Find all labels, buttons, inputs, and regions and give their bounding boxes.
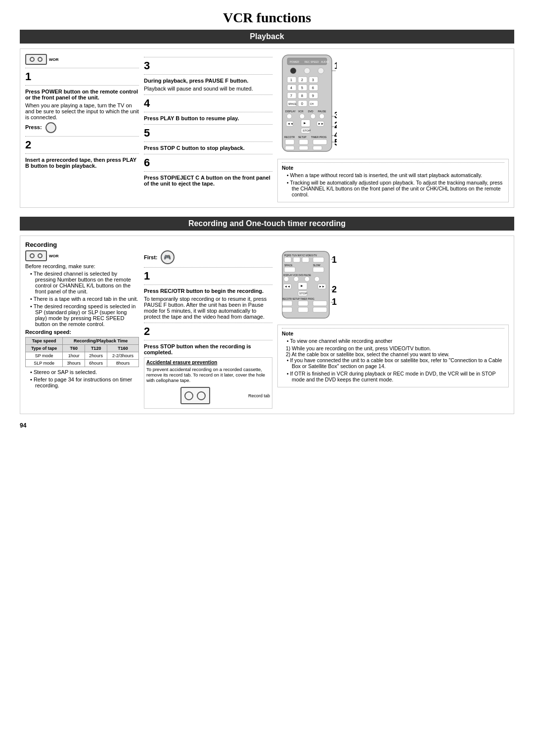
rec-dotted-1 xyxy=(144,267,272,268)
dotted-divider-3 xyxy=(25,136,139,137)
rec-tape-icon-row: WOR xyxy=(25,250,139,261)
svg-text:RECOTR: RECOTR xyxy=(284,136,295,139)
svg-rect-54 xyxy=(285,146,294,150)
svg-rect-69 xyxy=(284,257,291,262)
rec-step1-body: To temporarily stop recording or to resu… xyxy=(144,296,272,320)
svg-text:0: 0 xyxy=(301,102,303,105)
rec-note-item-0: • To view one channel while recording an… xyxy=(287,338,504,344)
svg-text:POWER: POWER xyxy=(290,60,299,63)
slp-mode-label: SLP mode xyxy=(26,360,63,367)
svg-text:1: 1 xyxy=(332,297,337,307)
svg-text:►: ► xyxy=(300,284,304,287)
remote-diagram-svg: POWER REC SPEED AUDIO 1 2 3 4 xyxy=(277,54,337,153)
svg-text:◄◄: ◄◄ xyxy=(284,285,290,288)
step3-header: During playback, press PAUSE F button. xyxy=(144,78,272,84)
sp-t60: 1hour xyxy=(63,352,85,360)
svg-point-39 xyxy=(319,114,324,119)
svg-text:AUDIO: AUDIO xyxy=(321,60,329,63)
svg-text:CH: CH xyxy=(310,102,314,105)
svg-text:PQRS TUV WXYZ VIDEO/TV: PQRS TUV WXYZ VIDEO/TV xyxy=(284,254,317,257)
svg-point-5 xyxy=(290,68,296,74)
step-5-num: 5 xyxy=(144,128,272,139)
svg-text:DVD: DVD xyxy=(308,110,313,113)
rec-vcr-label: WOR xyxy=(49,254,59,258)
speed-table-subheader-3: T160 xyxy=(107,345,139,352)
press-label: Press: xyxy=(25,122,139,133)
svg-rect-52 xyxy=(299,140,308,144)
svg-text:1: 1 xyxy=(334,61,337,71)
step2-header: Insert a prerecorded tape, then press PL… xyxy=(25,157,139,169)
dotted-mid-8 xyxy=(144,171,272,172)
slp-t160: 8hours xyxy=(107,360,139,367)
svg-rect-95 xyxy=(298,307,308,312)
rec-bullet-5: • Refer to page 34 for instructions on t… xyxy=(30,377,139,388)
playback-col-right: POWER REC SPEED AUDIO 1 2 3 4 xyxy=(277,54,509,202)
page-title: VCR functions xyxy=(20,10,514,26)
svg-rect-70 xyxy=(293,257,300,262)
rec-remote-svg: PQRS TUV WXYZ VIDEO/TV SPACE SLOW DISPLA… xyxy=(277,250,337,320)
rec-tape-reel-left xyxy=(30,253,35,258)
step5-header: Press STOP C button to stop playback. xyxy=(144,145,272,151)
rec-step2-header: Press STOP button when the recording is … xyxy=(144,343,272,355)
rec-bullet-1: • The desired channel is selected by pre… xyxy=(30,271,139,294)
svg-point-7 xyxy=(318,68,324,74)
svg-text:◄◄: ◄◄ xyxy=(287,122,293,125)
playback-note-box: Note • When a tape without record tab is… xyxy=(277,159,509,202)
recording-sub-title: Recording xyxy=(25,241,509,248)
step6-header: Press STOP/EJECT C A button on the front… xyxy=(144,175,272,187)
rec-bullet-3: • The desired recording speed is selecte… xyxy=(30,303,139,327)
first-label: First: xyxy=(144,254,158,260)
rec-step1-header: Press REC/OTR button to begin the record… xyxy=(144,288,272,294)
svg-rect-56 xyxy=(313,146,322,150)
step4-header: Press PLAY B button to resume play. xyxy=(144,115,272,121)
svg-text:DISPLAY: DISPLAY xyxy=(285,110,296,113)
speed-table-subheader-0: Type of tape xyxy=(26,345,63,352)
svg-point-6 xyxy=(304,68,310,74)
svg-text:SPACE: SPACE xyxy=(288,102,297,105)
svg-point-81 xyxy=(314,277,319,282)
dotted-mid-2 xyxy=(144,74,272,75)
svg-text:2: 2 xyxy=(334,120,337,130)
svg-text:►►: ►► xyxy=(318,122,324,125)
rec-remote-wrapper: PQRS TUV WXYZ VIDEO/TV SPACE SLOW DISPLA… xyxy=(277,250,337,320)
record-tab-row: Record tab xyxy=(146,385,270,406)
dotted-divider-4 xyxy=(25,153,139,154)
dotted-mid-3 xyxy=(144,94,272,95)
svg-rect-92 xyxy=(298,301,308,306)
page-number: 94 xyxy=(20,422,514,429)
svg-text:TIMER PROG: TIMER PROG xyxy=(311,136,327,139)
svg-text:REC SPEED: REC SPEED xyxy=(305,60,319,63)
svg-text:1: 1 xyxy=(332,255,337,265)
rec-col-mid: First: 🎮 1 Press REC/OTR button to begin… xyxy=(144,250,272,409)
sp-mode-label: SP mode xyxy=(26,352,63,360)
playback-col-left: WOR 1 Press POWER button on the remote c… xyxy=(25,54,139,171)
step-number-2: 2 xyxy=(25,140,139,150)
accidental-title: Accidental erasure prevention xyxy=(146,360,270,365)
recording-columns: WOR Before recording, make sure: • The d… xyxy=(25,250,509,409)
remote-diagram-wrapper: POWER REC SPEED AUDIO 1 2 3 4 xyxy=(277,54,337,153)
rec-step-1-num: 1 xyxy=(144,271,272,282)
svg-point-36 xyxy=(287,114,292,119)
svg-text:5: 5 xyxy=(334,138,337,147)
svg-rect-72 xyxy=(313,257,324,262)
svg-text:VCR: VCR xyxy=(298,110,304,113)
dotted-mid-5 xyxy=(144,124,272,125)
tape-reel-left xyxy=(30,57,35,62)
svg-rect-76 xyxy=(313,267,324,272)
svg-text:►: ► xyxy=(303,121,307,125)
svg-text:6: 6 xyxy=(312,86,314,90)
first-row: First: 🎮 xyxy=(144,250,272,264)
recording-section: Recording WOR Before recording, make sur… xyxy=(20,236,514,414)
svg-text:SLOW: SLOW xyxy=(313,264,320,267)
record-tab-label: Record tab xyxy=(248,393,270,398)
svg-rect-93 xyxy=(313,301,327,306)
step-3-num: 3 xyxy=(144,60,272,71)
svg-rect-51 xyxy=(285,140,294,144)
step-4-num: 4 xyxy=(144,98,272,109)
svg-text:STOP: STOP xyxy=(303,129,311,132)
cassette-reel-left xyxy=(184,391,193,400)
dotted-mid-1 xyxy=(144,57,272,57)
svg-text:2: 2 xyxy=(332,284,337,294)
svg-text:►►: ►► xyxy=(319,285,325,288)
playback-columns: WOR 1 Press POWER button on the remote c… xyxy=(25,54,509,202)
